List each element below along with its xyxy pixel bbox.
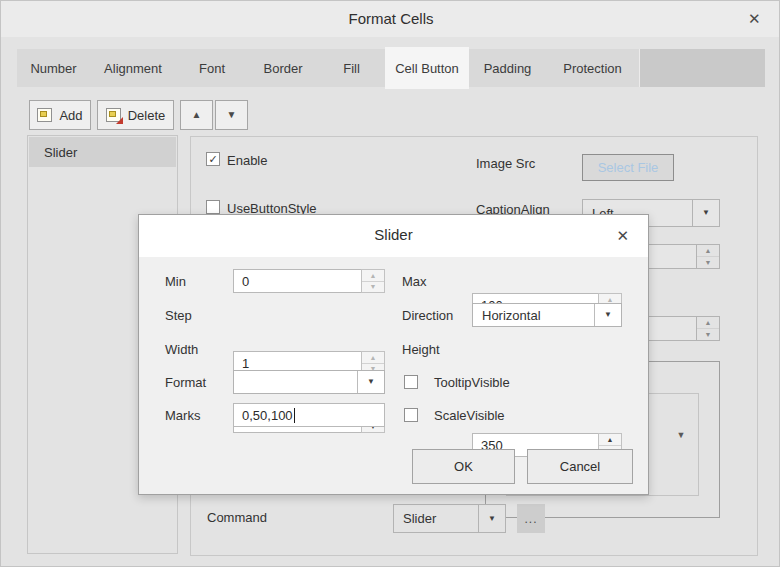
spin-down-icon: ▼ bbox=[705, 259, 712, 266]
chevron-down-icon: ▼ bbox=[604, 311, 612, 319]
select-file-button[interactable]: Select File bbox=[582, 154, 674, 181]
dialog-titlebar: Slider ✕ bbox=[139, 215, 648, 257]
spin-up-icon: ▲ bbox=[705, 319, 712, 326]
spin-up-button[interactable]: ▲ bbox=[697, 317, 719, 329]
tab-alignment[interactable]: Alignment bbox=[90, 49, 177, 87]
chevron-down-icon: ▼ bbox=[702, 209, 710, 217]
command-arrow: ▼ bbox=[478, 505, 505, 532]
cancel-button[interactable]: Cancel bbox=[527, 449, 633, 484]
delete-item-icon bbox=[106, 108, 121, 122]
min-label: Min bbox=[165, 269, 186, 293]
format-cells-window: Format Cells ✕ Number Alignment Font Bor… bbox=[0, 0, 780, 567]
move-up-icon: ▲ bbox=[192, 110, 202, 120]
dialog-close-icon[interactable]: ✕ bbox=[616, 227, 629, 245]
width-label: Width bbox=[165, 337, 198, 361]
usebuttonstyle-checkbox[interactable] bbox=[206, 200, 220, 214]
slider-dialog: Slider ✕ Min 0 ▲ ▼ Max 100 ▲ ▼ Step 1 ▲ bbox=[138, 214, 649, 495]
text-caret bbox=[294, 408, 295, 423]
list-item-slider[interactable]: Slider bbox=[29, 137, 176, 167]
tab-font[interactable]: Font bbox=[176, 49, 249, 87]
spin-up-icon: ▲ bbox=[370, 272, 377, 279]
spin-down-button[interactable]: ▼ bbox=[362, 282, 384, 293]
spin-up-button[interactable]: ▲ bbox=[599, 434, 621, 446]
marks-label: Marks bbox=[165, 403, 200, 427]
command-browse-button[interactable]: ... bbox=[517, 504, 545, 533]
marks-input[interactable]: 0,50,100 bbox=[233, 403, 385, 427]
chevron-down-icon: ▼ bbox=[488, 515, 496, 523]
move-down-button[interactable]: ▼ bbox=[215, 100, 248, 130]
image-src-label: Image Src bbox=[476, 156, 535, 171]
max-label: Max bbox=[402, 269, 427, 293]
format-dropdown[interactable]: ▼ bbox=[233, 370, 385, 394]
spin-up-icon: ▲ bbox=[705, 247, 712, 254]
enable-checkbox[interactable]: ✓ bbox=[206, 152, 220, 166]
format-arrow: ▼ bbox=[357, 371, 384, 393]
spin-up-icon: ▲ bbox=[607, 436, 614, 443]
tooltipvisible-checkbox[interactable] bbox=[404, 375, 418, 389]
check-icon: ✓ bbox=[208, 154, 217, 165]
delete-button[interactable]: Delete bbox=[97, 100, 174, 130]
direction-value: Horizontal bbox=[473, 308, 594, 323]
command-dropdown[interactable]: Slider ▼ bbox=[393, 504, 506, 533]
tab-number[interactable]: Number bbox=[17, 49, 91, 87]
move-up-button[interactable]: ▲ bbox=[180, 100, 213, 130]
direction-arrow: ▼ bbox=[594, 304, 621, 326]
command-label: Command bbox=[207, 510, 267, 525]
min-spinner[interactable]: 0 ▲ ▼ bbox=[233, 269, 385, 293]
tab-cell-button[interactable]: Cell Button bbox=[385, 47, 469, 89]
spin-down-button[interactable]: ▼ bbox=[697, 257, 719, 268]
command-value: Slider bbox=[394, 511, 478, 526]
window-title: Format Cells bbox=[1, 10, 780, 27]
spin-up-button[interactable]: ▲ bbox=[697, 245, 719, 257]
move-down-icon: ▼ bbox=[227, 110, 237, 120]
list-item-label: Slider bbox=[44, 145, 77, 160]
chevron-down-icon: ▼ bbox=[367, 378, 375, 386]
tooltipvisible-label: TooltipVisible bbox=[434, 370, 510, 394]
scalevisible-label: ScaleVisible bbox=[434, 403, 505, 427]
scalevisible-checkbox[interactable] bbox=[404, 408, 418, 422]
add-item-icon bbox=[37, 108, 52, 122]
dialog-title: Slider bbox=[139, 226, 648, 243]
spin-up-button[interactable]: ▲ bbox=[362, 352, 384, 364]
spin-down-icon: ▼ bbox=[370, 283, 377, 290]
spin-up-button[interactable]: ▲ bbox=[362, 270, 384, 282]
format-label: Format bbox=[165, 370, 206, 394]
caption-align-arrow: ▼ bbox=[692, 200, 719, 226]
direction-label: Direction bbox=[402, 303, 453, 327]
tab-fill[interactable]: Fill bbox=[318, 49, 386, 87]
hidden-combo-arrow-icon: ▼ bbox=[671, 430, 691, 446]
direction-dropdown[interactable]: Horizontal ▼ bbox=[472, 303, 622, 327]
enable-label: Enable bbox=[227, 153, 267, 168]
tab-protection[interactable]: Protection bbox=[546, 49, 640, 87]
marks-value: 0,50,100 bbox=[242, 408, 293, 423]
window-close-icon[interactable]: ✕ bbox=[748, 10, 761, 28]
tab-padding[interactable]: Padding bbox=[469, 49, 547, 87]
spin-up-icon: ▲ bbox=[370, 354, 377, 361]
step-label: Step bbox=[165, 303, 192, 327]
add-button[interactable]: Add bbox=[29, 100, 91, 130]
window-titlebar: Format Cells ✕ bbox=[1, 1, 780, 37]
ok-button[interactable]: OK bbox=[412, 449, 515, 484]
delete-button-label: Delete bbox=[128, 108, 166, 123]
min-value[interactable]: 0 bbox=[233, 269, 362, 293]
height-label: Height bbox=[402, 337, 440, 361]
spin-up-icon: ▲ bbox=[607, 296, 614, 303]
tab-border[interactable]: Border bbox=[248, 49, 319, 87]
spin-down-icon: ▼ bbox=[705, 331, 712, 338]
spin-down-button[interactable]: ▼ bbox=[697, 329, 719, 340]
add-button-label: Add bbox=[59, 108, 82, 123]
